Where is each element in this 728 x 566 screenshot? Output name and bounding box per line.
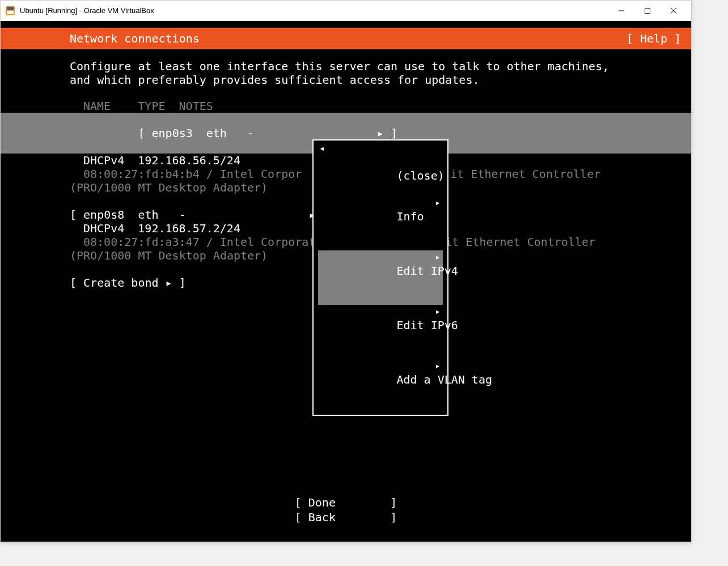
svg-rect-4 (645, 8, 650, 13)
svg-rect-2 (7, 11, 14, 14)
minimize-button[interactable] (608, 2, 634, 20)
chevron-right-icon: ▸ (435, 196, 441, 210)
titlebar[interactable]: Ubuntu [Running] - Oracle VM VirtualBox (1, 1, 691, 21)
svg-rect-1 (7, 7, 14, 10)
menu-edit-ipv6[interactable]: Edit IPv6 ▸ (318, 305, 443, 359)
virtualbox-icon (5, 6, 15, 16)
column-headers: NAME TYPE NOTES (1, 99, 691, 113)
chevron-right-icon: ▸ (435, 359, 441, 373)
close-button[interactable] (661, 2, 687, 20)
menu-edit-ipv4[interactable]: Edit IPv4 ▸ (318, 250, 443, 305)
instruction-text: Configure at least one interface this se… (1, 59, 691, 87)
chevron-right-icon: ▸ (435, 250, 441, 264)
virtualbox-window: Ubuntu [Running] - Oracle VM VirtualBox … (0, 0, 692, 542)
footer-buttons: [ Done ] [ Back ] (1, 495, 691, 525)
menu-close[interactable]: ◂ (close) (318, 142, 443, 196)
menu-info[interactable]: Info ▸ (318, 196, 443, 250)
chevron-right-icon: ▸ (435, 305, 441, 318)
window-title: Ubuntu [Running] - Oracle VM VirtualBox (20, 6, 608, 15)
page-title: Network connections (70, 32, 200, 45)
interface-action-menu: ◂ (close) Info ▸ Edit IPv4 ▸ Edit IPv6 ▸… (312, 139, 448, 416)
terminal-area: Configure at least one interface this se… (1, 49, 691, 542)
maximize-button[interactable] (634, 2, 661, 20)
done-button[interactable]: [ Done ] (1, 495, 691, 510)
vm-display: Network connections [ Help ] Configure a… (1, 21, 691, 542)
back-button[interactable]: [ Back ] (1, 510, 691, 525)
menu-add-vlan[interactable]: Add a VLAN tag ▸ (318, 359, 443, 414)
installer-header: Network connections [ Help ] (1, 28, 691, 49)
chevron-left-icon: ◂ (319, 142, 325, 155)
help-button[interactable]: [ Help ] (627, 32, 681, 45)
